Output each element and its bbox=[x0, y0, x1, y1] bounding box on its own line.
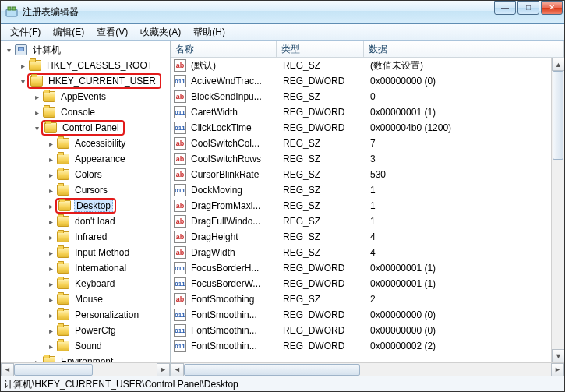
tree-item-label: Infrared bbox=[72, 231, 109, 243]
tree-item[interactable]: ▸Accessibility bbox=[1, 136, 170, 151]
expand-icon[interactable]: ▸ bbox=[46, 232, 55, 242]
table-row[interactable]: 011ActiveWndTrac...REG_DWORD0x00000000 (… bbox=[171, 73, 564, 89]
col-header-type[interactable]: 类型 bbox=[277, 41, 364, 57]
tree-item[interactable]: ▸don't load bbox=[1, 214, 170, 229]
expand-icon[interactable]: ▸ bbox=[18, 61, 27, 70]
tree-item[interactable]: ▸Sound bbox=[1, 338, 170, 354]
menu-edit[interactable]: 编辑(E) bbox=[47, 24, 90, 41]
tree-item[interactable]: ▸Mouse bbox=[1, 291, 170, 307]
list-hscroll-track[interactable] bbox=[184, 363, 551, 376]
tree-hscroll-thumb[interactable] bbox=[14, 364, 93, 376]
tree-item-label: 计算机 bbox=[30, 43, 63, 58]
expand-icon[interactable]: ▸ bbox=[46, 154, 55, 164]
menu-file[interactable]: 文件(F) bbox=[4, 24, 47, 41]
expand-icon[interactable]: ▸ bbox=[32, 108, 41, 117]
table-row[interactable]: ab(默认)REG_SZ(数值未设置) bbox=[171, 58, 564, 73]
cell-data: (数值未设置) bbox=[365, 59, 537, 72]
minimize-button[interactable]: — bbox=[494, 1, 516, 15]
list-hscroll-thumb[interactable] bbox=[184, 364, 360, 376]
expand-icon[interactable]: ▸ bbox=[46, 279, 55, 288]
list-hscroll[interactable]: ◄ ► bbox=[171, 362, 564, 376]
tree-item[interactable]: ▸AppEvents bbox=[1, 89, 170, 104]
expand-icon[interactable]: ▸ bbox=[32, 357, 41, 362]
table-row[interactable]: abDragFullWindo...REG_SZ1 bbox=[171, 214, 564, 229]
collapse-icon[interactable]: ▾ bbox=[18, 76, 27, 86]
tree-item[interactable]: ▸Infrared bbox=[1, 229, 170, 245]
tree-item[interactable]: ▸Input Method bbox=[1, 245, 170, 260]
main-area: ▾计算机▸HKEY_CLASSES_ROOT▾HKEY_CURRENT_USER… bbox=[1, 41, 564, 376]
tree-item[interactable]: ▾HKEY_CURRENT_USER bbox=[1, 73, 170, 89]
tree-item[interactable]: ▸Cursors bbox=[1, 182, 170, 198]
table-row[interactable]: abDragFromMaxi...REG_SZ1 bbox=[171, 198, 564, 214]
tree-item-label: Cursors bbox=[72, 184, 110, 196]
scroll-left-button[interactable]: ◄ bbox=[1, 363, 14, 376]
scroll-right-button[interactable]: ► bbox=[551, 363, 564, 376]
tree-item[interactable]: ▸PowerCfg bbox=[1, 323, 170, 338]
tree-item[interactable]: ▾计算机 bbox=[1, 42, 170, 58]
string-value-icon: ab bbox=[174, 215, 186, 228]
tree-item[interactable]: ▾Control Panel bbox=[1, 120, 170, 136]
table-row[interactable]: 011FontSmoothin...REG_DWORD0x00000002 (2… bbox=[171, 338, 564, 354]
expand-icon[interactable]: ▸ bbox=[46, 217, 55, 226]
tree-hscroll[interactable]: ◄ ► bbox=[1, 362, 170, 376]
scroll-left-button[interactable]: ◄ bbox=[171, 363, 184, 376]
table-row[interactable]: abBlockSendInpu...REG_SZ0 bbox=[171, 89, 564, 104]
table-row[interactable]: 011DockMovingREG_SZ1 bbox=[171, 182, 564, 198]
close-button[interactable]: ✕ bbox=[541, 1, 563, 15]
expand-icon[interactable]: ▸ bbox=[46, 139, 55, 148]
binary-value-icon: 011 bbox=[174, 184, 186, 196]
folder-icon bbox=[57, 169, 69, 180]
table-row[interactable]: abDragWidthREG_SZ4 bbox=[171, 245, 564, 260]
scroll-right-button[interactable]: ► bbox=[157, 363, 170, 376]
list-body[interactable]: ab(默认)REG_SZ(数值未设置)011ActiveWndTrac...RE… bbox=[171, 58, 564, 362]
col-header-name[interactable]: 名称 bbox=[171, 41, 277, 57]
scroll-up-button[interactable]: ▲ bbox=[552, 58, 564, 71]
tree-hscroll-track[interactable] bbox=[14, 363, 157, 376]
expand-icon[interactable]: ▸ bbox=[32, 92, 41, 101]
list-vscroll-thumb[interactable] bbox=[553, 71, 563, 160]
expand-icon[interactable]: ▸ bbox=[46, 295, 55, 304]
expand-icon[interactable]: ▸ bbox=[46, 326, 55, 335]
tree-item[interactable]: ▸Colors bbox=[1, 167, 170, 182]
expand-icon[interactable]: ▸ bbox=[46, 170, 55, 179]
expand-icon[interactable]: ▸ bbox=[46, 201, 55, 210]
cell-type: REG_DWORD bbox=[278, 325, 365, 336]
table-row[interactable]: 011FocusBorderW...REG_DWORD0x00000001 (1… bbox=[171, 276, 564, 291]
expand-icon[interactable]: ▸ bbox=[46, 263, 55, 273]
col-header-data[interactable]: 数据 bbox=[364, 41, 564, 57]
expand-icon[interactable]: ▸ bbox=[46, 185, 55, 195]
table-row[interactable]: abCoolSwitchRowsREG_SZ3 bbox=[171, 151, 564, 167]
menu-view[interactable]: 查看(V) bbox=[90, 24, 134, 41]
table-row[interactable]: 011FontSmoothin...REG_DWORD0x00000000 (0… bbox=[171, 323, 564, 338]
tree-item[interactable]: ▸HKEY_CLASSES_ROOT bbox=[1, 58, 170, 73]
table-row[interactable]: abCoolSwitchCol...REG_SZ7 bbox=[171, 136, 564, 151]
tree-item[interactable]: ▸Keyboard bbox=[1, 276, 170, 291]
expand-icon[interactable]: ▸ bbox=[46, 310, 55, 320]
folder-icon bbox=[57, 185, 69, 196]
tree-item[interactable]: ▸Appearance bbox=[1, 151, 170, 167]
table-row[interactable]: abCursorBlinkRateREG_SZ530 bbox=[171, 167, 564, 182]
table-row[interactable]: abFontSmoothingREG_SZ2 bbox=[171, 291, 564, 307]
tree-item[interactable]: ▸Personalization bbox=[1, 307, 170, 323]
table-row[interactable]: 011ClickLockTimeREG_DWORD0x000004b0 (120… bbox=[171, 120, 564, 136]
table-row[interactable]: abDragHeightREG_SZ4 bbox=[171, 229, 564, 245]
table-row[interactable]: 011FocusBorderH...REG_DWORD0x00000001 (1… bbox=[171, 260, 564, 276]
tree-item[interactable]: ▸Console bbox=[1, 104, 170, 120]
maximize-button[interactable]: □ bbox=[517, 1, 539, 15]
cell-name: (默认) bbox=[186, 59, 278, 72]
list-vscroll-track[interactable] bbox=[552, 71, 564, 349]
table-row[interactable]: 011FontSmoothin...REG_DWORD0x00000000 (0… bbox=[171, 307, 564, 323]
tree-body[interactable]: ▾计算机▸HKEY_CLASSES_ROOT▾HKEY_CURRENT_USER… bbox=[1, 41, 170, 362]
table-row[interactable]: 011CaretWidthREG_DWORD0x00000001 (1) bbox=[171, 104, 564, 120]
collapse-icon[interactable]: ▾ bbox=[32, 123, 41, 132]
collapse-icon[interactable]: ▾ bbox=[4, 45, 13, 55]
tree-item[interactable]: ▸Desktop bbox=[1, 198, 170, 214]
menu-favorites[interactable]: 收藏夹(A) bbox=[134, 24, 187, 41]
expand-icon[interactable]: ▸ bbox=[46, 248, 55, 257]
list-vscroll[interactable]: ▲ ▼ bbox=[551, 58, 564, 362]
tree-item[interactable]: ▸Environment bbox=[1, 354, 170, 362]
expand-icon[interactable]: ▸ bbox=[46, 341, 55, 351]
tree-item[interactable]: ▸International bbox=[1, 260, 170, 276]
menu-help[interactable]: 帮助(H) bbox=[187, 24, 231, 41]
scroll-down-button[interactable]: ▼ bbox=[552, 349, 564, 362]
